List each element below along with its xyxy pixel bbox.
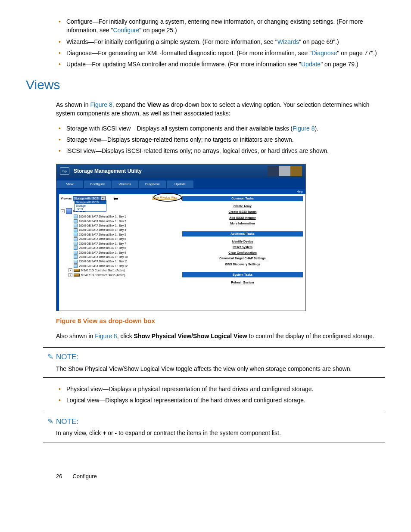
task-link[interactable]: Add iSCSI Initiator [182,216,303,220]
divider [43,347,385,348]
figure8-link[interactable]: Figure 8 [95,333,117,339]
tree-drive-item[interactable]: 160.0 GB SATA Drive at Box 1 : Bay 4 [74,228,178,232]
task-link[interactable]: Refresh System [182,280,303,285]
tab-configure[interactable]: Configure [84,180,111,188]
tree-drive-item[interactable]: 160.0 GB SATA Drive at Box 1 : Bay 1 [74,215,178,218]
divider [43,412,385,412]
task-panel: Common TasksCreate ArrayCreate iSCSI Tar… [182,196,303,229]
note-2: ✎ NOTE: In any view, click + or - to exp… [47,412,385,442]
list-item: iSCSI view—Displays iSCSI-related items … [66,146,385,155]
drive-label: 250.0 GB SATA Drive at Box 1 : Bay 9 [79,251,126,255]
text: ). [315,125,319,132]
component-tree: - MSA0006 160.0 GB SATA Drive at Box 1 :… [61,208,178,277]
smu-tabs: View Configure Wizards Diagnose Update [56,178,305,189]
task-link[interactable]: Identify Device [182,240,303,244]
wizards-link[interactable]: Wizards [277,38,299,45]
also-shown-paragraph: Also shown in Figure 8, click Show Physi… [56,332,385,340]
text: Update—For updating MSA controller and m… [66,61,301,68]
controller-label: MSA1510i Controller Slot 2 (Active) [81,273,125,277]
text: Wizards—For initially configuring a simp… [66,38,277,45]
task-link[interactable]: Clear Configuration [182,251,303,255]
expand-icon[interactable]: + [68,273,72,277]
hp-logo-icon: hp [60,167,69,175]
diagnose-link[interactable]: Diagnose [311,50,337,56]
task-link[interactable]: Create Array [182,204,303,208]
text: " on page 69".) [299,38,339,45]
smu-left-pane: ⬅ ⬅ Show Physical View View as Storage w… [56,194,180,311]
drive-label: 250.0 GB SATA Drive at Box 1 : Bay 8 [79,246,126,250]
drive-icon [74,251,78,255]
tab-diagnose[interactable]: Diagnose [139,180,166,188]
text: Diagnose—For generating an XML-formatted… [66,50,311,56]
text: Also shown in [56,333,95,339]
header-photo [268,166,302,176]
text: , expand the [112,101,147,108]
dropdown-option[interactable]: Storage with iSCSI [75,201,106,204]
tab-update[interactable]: Update [167,180,193,188]
help-bar: Help [56,189,305,194]
tree-drive-item[interactable]: 250.0 GB SATA Drive at Box 1 : Bay 8 [74,246,178,250]
controller-icon [74,274,80,277]
text: Configure—For initially configuring a sy… [66,18,363,34]
list-item: Configure—For initially configuring a sy… [66,17,385,35]
figure8-link[interactable]: Figure 8 [293,125,314,132]
tree-drive-item[interactable]: 250.0 GB SATA Drive at Box 1 : Bay 11 [74,259,178,263]
smu-right-pane: Common TasksCreate ArrayCreate iSCSI Tar… [180,194,305,311]
help-link[interactable]: Help [297,190,303,193]
note-text: NOTE: [56,417,78,427]
task-link[interactable]: Canonical Target CHAP Settings [182,256,303,261]
dropdown-option[interactable]: Storage [75,204,106,208]
task-link[interactable]: Reset System [182,245,303,249]
tab-view[interactable]: View [56,180,83,188]
task-list: Identify DeviceReset SystemClear Configu… [182,236,303,270]
list-item: Logical view—Displays a logical represen… [66,396,385,404]
tree-drive-item[interactable]: 160.0 GB SATA Drive at Box 1 : Bay 2 [74,219,178,223]
text: " on page 77".) [337,50,377,56]
list-item: Diagnose—For generating an XML-formatted… [66,49,385,57]
configure-link[interactable]: Configure [113,27,139,34]
task-link[interactable]: iSNS Discovery Settings [182,262,303,267]
tree-controller[interactable]: +MSA1510i Controller Slot 1 (Active) [68,268,178,272]
tab-wizards[interactable]: Wizards [112,180,138,188]
text: " on page 25.) [139,27,177,34]
note-label: ✎ NOTE: [47,352,385,363]
views-heading: Views [26,75,385,94]
update-link[interactable]: Update [301,61,321,68]
view-as-bold: View as [147,101,169,108]
task-link[interactable]: Create iSCSI Target [182,210,303,214]
figure-8-caption: Figure 8 View as drop-down box [56,316,385,326]
task-link[interactable]: More Information [182,221,303,226]
dropdown-list[interactable]: Storage with iSCSI Storage iSCSI [75,200,106,212]
tree-drive-item[interactable]: 250.0 GB SATA Drive at Box 1 : Bay 5 [74,233,178,236]
expand-icon[interactable]: + [68,268,72,272]
tree-drive-item[interactable]: 250.0 GB SATA Drive at Box 1 : Bay 6 [74,237,178,241]
drive-icon [74,246,78,250]
note-text: NOTE: [56,352,78,363]
tree-drive-item[interactable]: 250.0 GB SATA Drive at Box 1 : Bay 10 [74,255,178,259]
tree-drive-item[interactable]: 160.0 GB SATA Drive at Box 1 : Bay 3 [74,224,178,227]
controller-label: MSA1510i Controller Slot 1 (Active) [81,268,125,272]
tree-drive-item[interactable]: 250.0 GB SATA Drive at Box 1 : Bay 7 [74,242,178,246]
tree-drive-item[interactable]: 250.0 GB SATA Drive at Box 1 : Bay 12 [74,264,178,268]
task-panel-head: Additional Tasks [182,231,303,236]
collapse-icon[interactable]: - [61,209,65,213]
text: , click [117,333,134,339]
tree-controller[interactable]: +MSA1510i Controller Slot 2 (Active) [68,273,178,277]
controller-icon [74,269,80,272]
drive-icon [74,264,78,268]
dropdown-option[interactable]: iSCSI [75,208,106,211]
task-panel-head: System Tasks [182,272,303,277]
show-physical-view-link[interactable]: Show Physical View [152,196,177,199]
tree-drive-item[interactable]: 250.0 GB SATA Drive at Box 1 : Bay 9 [74,251,178,255]
smu-header: hp Storage Management Utility [56,164,305,178]
views-intro: As shown in Figure 8, expand the View as… [56,100,385,118]
text: iSCSI view—Displays iSCSI-related items … [66,147,329,154]
drive-label: 250.0 GB SATA Drive at Box 1 : Bay 7 [79,242,126,246]
task-panel: Additional TasksIdentify DeviceReset Sys… [182,231,303,270]
drive-label: 250.0 GB SATA Drive at Box 1 : Bay 11 [79,259,128,263]
list-item: Physical view—Displays a physical repres… [66,385,385,393]
system-icon [66,208,72,214]
smu-body: ⬅ ⬅ Show Physical View View as Storage w… [56,194,305,311]
figure8-link[interactable]: Figure 8 [90,101,112,108]
drive-label: 250.0 GB SATA Drive at Box 1 : Bay 12 [79,264,128,268]
